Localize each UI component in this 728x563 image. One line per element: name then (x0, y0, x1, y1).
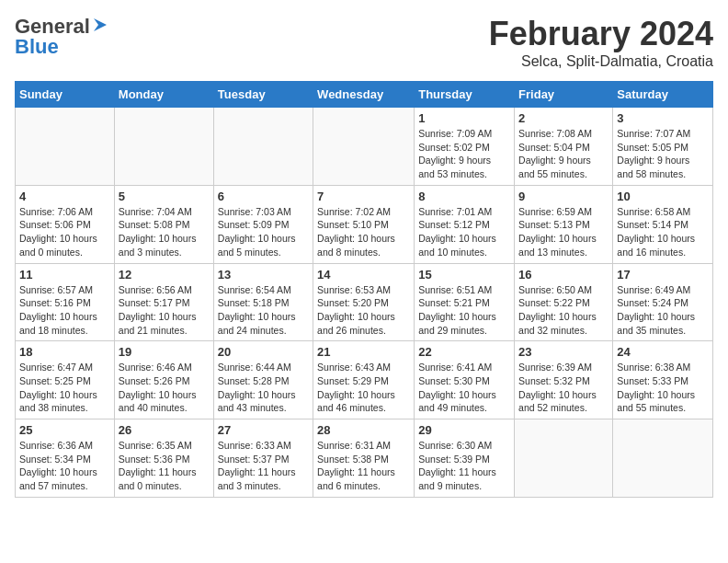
day-info-28: Sunrise: 6:31 AMSunset: 5:38 PMDaylight:… (317, 439, 410, 493)
day-info-29: Sunrise: 6:30 AMSunset: 5:39 PMDaylight:… (418, 439, 510, 493)
day-number-18: 18 (19, 345, 110, 359)
day-number-6: 6 (218, 190, 309, 203)
day-cell-6: 6Sunrise: 7:03 AMSunset: 5:09 PMDaylight… (213, 185, 313, 263)
day-number-17: 17 (617, 268, 709, 282)
day-info-10: Sunrise: 6:58 AMSunset: 5:14 PMDaylight:… (617, 205, 709, 259)
day-cell-21: 21Sunrise: 6:43 AMSunset: 5:29 PMDayligh… (313, 341, 415, 419)
day-info-21: Sunrise: 6:43 AMSunset: 5:29 PMDaylight:… (317, 361, 410, 415)
day-info-17: Sunrise: 6:49 AMSunset: 5:24 PMDaylight:… (617, 283, 709, 338)
day-info-5: Sunrise: 7:04 AMSunset: 5:08 PMDaylight:… (119, 205, 210, 259)
empty-cell (16, 108, 115, 186)
day-number-11: 11 (19, 268, 110, 282)
day-number-9: 9 (518, 190, 609, 203)
day-number-29: 29 (418, 423, 510, 437)
day-cell-29: 29Sunrise: 6:30 AMSunset: 5:39 PMDayligh… (415, 419, 515, 498)
week-row-1: 1Sunrise: 7:09 AMSunset: 5:02 PMDaylight… (16, 108, 713, 186)
day-cell-22: 22Sunrise: 6:41 AMSunset: 5:30 PMDayligh… (415, 341, 515, 419)
weekday-header-tuesday: Tuesday (213, 82, 313, 108)
empty-cell (613, 419, 713, 498)
day-cell-8: 8Sunrise: 7:01 AMSunset: 5:12 PMDaylight… (415, 185, 515, 263)
weekday-header-sunday: Sunday (16, 82, 115, 108)
day-info-20: Sunrise: 6:44 AMSunset: 5:28 PMDaylight:… (218, 361, 309, 415)
day-cell-17: 17Sunrise: 6:49 AMSunset: 5:24 PMDayligh… (613, 263, 713, 341)
day-info-12: Sunrise: 6:56 AMSunset: 5:17 PMDaylight:… (119, 283, 210, 338)
logo-blue-text: Blue (15, 35, 59, 59)
day-number-7: 7 (317, 190, 410, 203)
day-info-24: Sunrise: 6:38 AMSunset: 5:33 PMDaylight:… (617, 361, 709, 415)
day-number-1: 1 (418, 111, 510, 125)
day-info-27: Sunrise: 6:33 AMSunset: 5:37 PMDaylight:… (218, 439, 309, 493)
header-row: SundayMondayTuesdayWednesdayThursdayFrid… (16, 82, 713, 108)
day-info-15: Sunrise: 6:51 AMSunset: 5:21 PMDaylight:… (418, 283, 510, 338)
day-cell-27: 27Sunrise: 6:33 AMSunset: 5:37 PMDayligh… (213, 419, 313, 498)
day-number-21: 21 (317, 345, 410, 359)
day-number-25: 25 (19, 423, 110, 437)
day-info-22: Sunrise: 6:41 AMSunset: 5:30 PMDaylight:… (418, 361, 510, 415)
day-info-7: Sunrise: 7:02 AMSunset: 5:10 PMDaylight:… (317, 205, 410, 259)
day-number-8: 8 (418, 190, 510, 203)
day-info-19: Sunrise: 6:46 AMSunset: 5:26 PMDaylight:… (119, 361, 210, 415)
day-cell-11: 11Sunrise: 6:57 AMSunset: 5:16 PMDayligh… (16, 263, 115, 341)
title-block: February 2024 Selca, Split-Dalmatia, Cro… (489, 15, 713, 70)
day-number-5: 5 (119, 190, 210, 203)
day-number-19: 19 (119, 345, 210, 359)
day-number-22: 22 (418, 345, 510, 359)
day-number-2: 2 (518, 111, 609, 125)
empty-cell (313, 108, 415, 186)
day-cell-25: 25Sunrise: 6:36 AMSunset: 5:34 PMDayligh… (16, 419, 115, 498)
day-cell-14: 14Sunrise: 6:53 AMSunset: 5:20 PMDayligh… (313, 263, 415, 341)
day-cell-4: 4Sunrise: 7:06 AMSunset: 5:06 PMDaylight… (16, 185, 115, 263)
day-cell-3: 3Sunrise: 7:07 AMSunset: 5:05 PMDaylight… (613, 108, 713, 186)
weekday-header-monday: Monday (114, 82, 213, 108)
day-cell-26: 26Sunrise: 6:35 AMSunset: 5:36 PMDayligh… (114, 419, 213, 498)
day-info-4: Sunrise: 7:06 AMSunset: 5:06 PMDaylight:… (19, 205, 110, 259)
day-number-16: 16 (518, 268, 609, 282)
day-cell-10: 10Sunrise: 6:58 AMSunset: 5:14 PMDayligh… (613, 185, 713, 263)
day-number-28: 28 (317, 423, 410, 437)
day-cell-18: 18Sunrise: 6:47 AMSunset: 5:25 PMDayligh… (16, 341, 115, 419)
day-info-23: Sunrise: 6:39 AMSunset: 5:32 PMDaylight:… (518, 361, 609, 415)
weekday-header-saturday: Saturday (613, 82, 713, 108)
day-number-20: 20 (218, 345, 309, 359)
day-cell-28: 28Sunrise: 6:31 AMSunset: 5:38 PMDayligh… (313, 419, 415, 498)
day-info-3: Sunrise: 7:07 AMSunset: 5:05 PMDaylight:… (617, 127, 709, 181)
weekday-header-wednesday: Wednesday (313, 82, 415, 108)
day-cell-7: 7Sunrise: 7:02 AMSunset: 5:10 PMDaylight… (313, 185, 415, 263)
day-number-26: 26 (119, 423, 210, 437)
page-title: February 2024 (489, 15, 713, 53)
day-info-25: Sunrise: 6:36 AMSunset: 5:34 PMDaylight:… (19, 439, 110, 493)
day-cell-5: 5Sunrise: 7:04 AMSunset: 5:08 PMDaylight… (114, 185, 213, 263)
day-number-10: 10 (617, 190, 709, 203)
day-number-24: 24 (617, 345, 709, 359)
day-number-23: 23 (518, 345, 609, 359)
day-number-14: 14 (317, 268, 410, 282)
empty-cell (114, 108, 213, 186)
day-cell-16: 16Sunrise: 6:50 AMSunset: 5:22 PMDayligh… (515, 263, 613, 341)
day-cell-24: 24Sunrise: 6:38 AMSunset: 5:33 PMDayligh… (613, 341, 713, 419)
svg-marker-0 (94, 18, 107, 31)
day-number-15: 15 (418, 268, 510, 282)
week-row-3: 11Sunrise: 6:57 AMSunset: 5:16 PMDayligh… (16, 263, 713, 341)
weekday-header-friday: Friday (515, 82, 613, 108)
day-number-4: 4 (19, 190, 110, 203)
day-info-9: Sunrise: 6:59 AMSunset: 5:13 PMDaylight:… (518, 205, 609, 259)
empty-cell (213, 108, 313, 186)
week-row-5: 25Sunrise: 6:36 AMSunset: 5:34 PMDayligh… (16, 419, 713, 498)
day-info-18: Sunrise: 6:47 AMSunset: 5:25 PMDaylight:… (19, 361, 110, 415)
day-info-14: Sunrise: 6:53 AMSunset: 5:20 PMDaylight:… (317, 283, 410, 338)
day-info-2: Sunrise: 7:08 AMSunset: 5:04 PMDaylight:… (518, 127, 609, 181)
day-info-8: Sunrise: 7:01 AMSunset: 5:12 PMDaylight:… (418, 205, 510, 259)
empty-cell (515, 419, 613, 498)
day-info-6: Sunrise: 7:03 AMSunset: 5:09 PMDaylight:… (218, 205, 309, 259)
page-header: General Blue February 2024 Selca, Split-… (15, 15, 713, 70)
day-info-1: Sunrise: 7:09 AMSunset: 5:02 PMDaylight:… (418, 127, 510, 181)
day-number-13: 13 (218, 268, 309, 282)
day-cell-12: 12Sunrise: 6:56 AMSunset: 5:17 PMDayligh… (114, 263, 213, 341)
day-cell-19: 19Sunrise: 6:46 AMSunset: 5:26 PMDayligh… (114, 341, 213, 419)
day-cell-2: 2Sunrise: 7:08 AMSunset: 5:04 PMDaylight… (515, 108, 613, 186)
day-number-3: 3 (617, 111, 709, 125)
day-cell-15: 15Sunrise: 6:51 AMSunset: 5:21 PMDayligh… (415, 263, 515, 341)
day-cell-1: 1Sunrise: 7:09 AMSunset: 5:02 PMDaylight… (415, 108, 515, 186)
day-cell-20: 20Sunrise: 6:44 AMSunset: 5:28 PMDayligh… (213, 341, 313, 419)
day-info-26: Sunrise: 6:35 AMSunset: 5:36 PMDaylight:… (119, 439, 210, 493)
